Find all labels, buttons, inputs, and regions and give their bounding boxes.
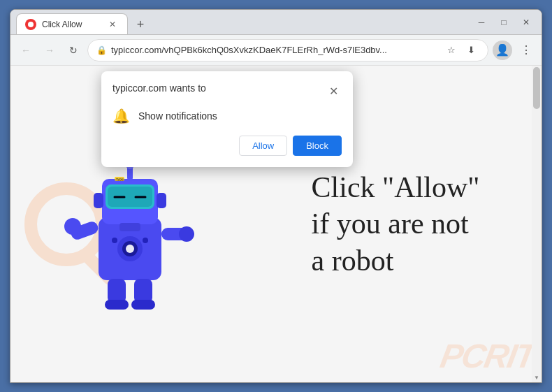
address-bar[interactable]: 🔒 typiccor.com/vhQPBk6kchQ0sXvkzKDaeK7FL… — [87, 39, 488, 61]
svg-rect-19 — [134, 279, 152, 303]
svg-text:TAXI: TAXI — [116, 177, 124, 182]
svg-rect-21 — [131, 300, 155, 310]
back-button[interactable]: ← — [16, 41, 36, 60]
allow-button[interactable]: Allow — [239, 136, 287, 156]
svg-point-15 — [126, 245, 134, 253]
forward-button[interactable]: → — [40, 41, 59, 60]
svg-point-10 — [64, 218, 81, 235]
title-bar: Click Allow ✕ + ─ □ ✕ — [10, 10, 542, 35]
svg-rect-8 — [119, 223, 140, 231]
permission-text: Show notifications — [138, 110, 217, 122]
profile-button[interactable]: 👤 — [493, 41, 512, 60]
download-icon[interactable]: ⬇ — [463, 42, 479, 59]
svg-point-12 — [179, 226, 194, 242]
tab-title: Click Allow — [42, 20, 101, 29]
lock-icon: 🔒 — [96, 45, 107, 55]
popup-actions: Allow Block — [112, 136, 342, 156]
page-watermark: PCRIT — [437, 337, 538, 375]
tab-close-button[interactable]: ✕ — [106, 18, 119, 31]
close-button[interactable]: ✕ — [516, 13, 536, 32]
window-controls: ─ □ ✕ — [472, 13, 536, 32]
bookmark-button[interactable]: ☆ — [443, 42, 460, 59]
new-tab-button[interactable]: + — [131, 15, 150, 34]
svg-point-16 — [112, 238, 117, 243]
svg-point-17 — [143, 238, 148, 243]
block-button[interactable]: Block — [293, 136, 342, 156]
scrollbar-thumb[interactable] — [533, 67, 540, 109]
popup-permission-row: 🔔 Show notifications — [112, 108, 342, 124]
menu-button[interactable]: ⋮ — [516, 41, 536, 60]
svg-rect-20 — [105, 300, 129, 310]
bell-icon: 🔔 — [112, 108, 130, 124]
page-background: TAXI Click "Allow" if you are not a robo… — [10, 66, 542, 382]
reload-button[interactable]: ↻ — [64, 41, 83, 60]
address-bar-actions: ☆ ⬇ — [443, 42, 479, 59]
popup-close-button[interactable]: ✕ — [325, 82, 342, 99]
svg-rect-22 — [94, 193, 103, 208]
text-line-2: if you are not — [312, 205, 480, 242]
page-content: TAXI Click "Allow" if you are not a robo… — [10, 66, 542, 382]
svg-rect-18 — [108, 279, 126, 303]
text-line-1: Click "Allow" — [312, 169, 480, 206]
click-allow-heading: Click "Allow" if you are not a robot — [312, 169, 480, 280]
popup-title: typiccor.com wants to — [112, 82, 206, 94]
browser-tab[interactable]: Click Allow ✕ — [16, 13, 128, 34]
minimize-button[interactable]: ─ — [472, 13, 491, 32]
maximize-button[interactable]: □ — [494, 13, 514, 32]
browser-window: Click Allow ✕ + ─ □ ✕ ← → ↻ 🔒 typiccor.c… — [10, 9, 542, 383]
tab-area: Click Allow ✕ + — [16, 10, 467, 34]
address-text: typiccor.com/vhQPBk6kchQ0sXvkzKDaeK7FLEr… — [111, 45, 439, 55]
text-line-3: a robot — [312, 242, 480, 280]
svg-rect-23 — [157, 193, 166, 208]
vertical-scrollbar[interactable]: ▲ ▼ — [532, 66, 542, 382]
toolbar: ← → ↻ 🔒 typiccor.com/vhQPBk6kchQ0sXvkzKD… — [10, 35, 542, 66]
text-side: Click "Allow" if you are not a robot — [249, 155, 542, 293]
scroll-down-arrow[interactable]: ▼ — [532, 372, 542, 382]
popup-header: typiccor.com wants to ✕ — [112, 82, 342, 99]
tab-favicon — [25, 19, 36, 30]
notification-popup: typiccor.com wants to ✕ 🔔 Show notificat… — [101, 71, 353, 167]
